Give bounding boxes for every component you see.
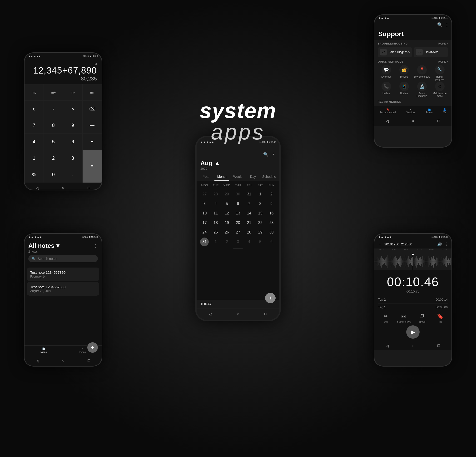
cal-day-w1-0[interactable]: 27 (200, 190, 209, 198)
cal-day-w4-0[interactable]: 17 (200, 219, 209, 227)
cal-search-icon[interactable]: 🔍 (263, 152, 268, 157)
cal-day-w3-2[interactable]: 12 (222, 209, 231, 218)
cal-day-w6-4[interactable]: 4 (245, 237, 254, 246)
support-quick-livechat[interactable]: 💬 Live chat (378, 65, 395, 81)
support-quick-more[interactable]: MORE > (438, 60, 448, 63)
cal-day-w5-2[interactable]: 26 (222, 228, 231, 237)
support-quick-benefits[interactable]: 👑 Benefits (396, 65, 412, 81)
support-quick-smart-diag[interactable]: 🔬 Smart Diagnosis (413, 82, 430, 97)
cal-day-w1-1[interactable]: 28 (211, 190, 220, 198)
calc-btn-equals[interactable]: = (83, 150, 102, 183)
support-card-obrazovka[interactable]: ▭ Obrazovka (414, 47, 448, 57)
calc-btn-9[interactable]: 9 (63, 117, 82, 133)
support-card-smart-diagnosis[interactable]: 🛡 Smart Diagnosis (378, 47, 412, 57)
cal-day-w5-3[interactable]: 27 (234, 228, 242, 237)
audio-play-button[interactable]: ▶ (406, 325, 420, 339)
cal-day-w1-6[interactable]: 2 (267, 190, 276, 198)
cal-day-w3-0[interactable]: 10 (200, 209, 209, 218)
support-quick-repair[interactable]: 🔧 Repair progress (431, 65, 448, 81)
cal-day-w3-6[interactable]: 16 (267, 209, 276, 218)
audio-volume-icon[interactable]: 🔊 (437, 242, 442, 246)
cal-day-w2-4[interactable]: 7 (245, 199, 254, 208)
calc-btn-div[interactable]: ÷ (44, 101, 63, 117)
cal-day-w1-3[interactable]: 30 (234, 190, 242, 198)
notes-back-btn[interactable]: ◁ (34, 357, 41, 364)
support-search-icon[interactable]: 🔍 (437, 22, 442, 27)
support-quick-update[interactable]: 📱 Update (396, 82, 412, 97)
cal-day-w6-6[interactable]: 6 (267, 237, 276, 246)
support-nav-forum[interactable]: 👥 Forum (426, 108, 433, 114)
cal-day-w4-1[interactable]: 18 (211, 219, 220, 227)
audio-waveform[interactable] (374, 253, 451, 270)
cal-more-icon[interactable]: ⋮ (271, 152, 276, 157)
cal-day-w6-1[interactable]: 1 (211, 237, 220, 246)
cal-day-w3-1[interactable]: 11 (211, 209, 220, 218)
calc-btn-5[interactable]: 5 (44, 134, 63, 150)
calc-btn-mminus[interactable]: m- (63, 84, 82, 101)
cal-day-w6-3[interactable]: 3 (234, 237, 242, 246)
cal-day-w5-6[interactable]: 30 (267, 228, 276, 237)
calc-btn-4[interactable]: 4 (25, 134, 43, 150)
audio-back-btn[interactable]: ◁ (384, 342, 391, 349)
cal-day-w5-0[interactable]: 24 (200, 228, 209, 237)
notes-home-btn[interactable]: ○ (60, 357, 66, 364)
notes-search-bar[interactable]: 🔍 Search notes (28, 255, 98, 262)
audio-home-btn[interactable]: ○ (410, 342, 416, 349)
note-item-1[interactable]: Test note 1234567890 August 22, 2019 (27, 282, 99, 296)
notes-nav-todos[interactable]: ✓ To-dos (78, 347, 86, 354)
support-quick-hotline[interactable]: 📞 Hotline (378, 82, 395, 97)
notes-overflow-icon[interactable]: ⋮ (94, 243, 98, 248)
cal-day-w6-5[interactable]: 5 (256, 237, 265, 246)
audio-ctrl-edit[interactable]: ✏ Edit (377, 313, 395, 323)
audio-ctrl-tag[interactable]: 🔖 Tag (431, 313, 449, 323)
cal-day-w5-4[interactable]: 28 (245, 228, 254, 237)
cal-day-w3-5[interactable]: 15 (256, 209, 265, 218)
support-quick-service-centers[interactable]: 📍 Service centers (413, 65, 430, 81)
cal-day-w4-5[interactable]: 22 (256, 219, 265, 227)
cal-recent-btn[interactable]: □ (262, 311, 269, 318)
calc-btn-mplus[interactable]: m+ (44, 84, 63, 101)
cal-tab-week[interactable]: Week (230, 173, 245, 181)
cal-day-w2-2[interactable]: 5 (222, 199, 231, 208)
cal-tab-year[interactable]: Year (199, 173, 213, 181)
support-quick-maintenance[interactable]: ⚙ Maintenance mode (431, 82, 448, 97)
calc-btn-6[interactable]: 6 (63, 134, 82, 150)
calc-btn-mr[interactable]: mr (83, 84, 102, 101)
calc-btn-percent[interactable]: % (25, 166, 43, 183)
cal-day-w6-0-today[interactable]: 31 (200, 237, 209, 246)
cal-day-w4-2[interactable]: 19 (222, 219, 231, 227)
calc-btn-0[interactable]: 0 (44, 166, 63, 183)
audio-ctrl-speed[interactable]: ⏱ Speed (413, 313, 431, 323)
cal-day-w2-6[interactable]: 9 (267, 199, 276, 208)
calc-btn-2[interactable]: 2 (44, 150, 63, 166)
cal-tab-month[interactable]: Month (214, 173, 229, 181)
calc-btn-8[interactable]: 8 (44, 117, 63, 133)
cal-day-w2-0[interactable]: 3 (200, 199, 209, 208)
cal-day-w2-1[interactable]: 4 (211, 199, 220, 208)
calc-btn-3[interactable]: 3 (63, 150, 82, 166)
cal-day-w1-5[interactable]: 1 (256, 190, 265, 198)
cal-day-w2-5[interactable]: 8 (256, 199, 265, 208)
cal-day-w4-3[interactable]: 20 (234, 219, 242, 227)
support-recent-btn[interactable]: □ (435, 118, 442, 124)
calc-btn-mc[interactable]: mc (25, 84, 43, 101)
cal-day-w5-1[interactable]: 25 (211, 228, 220, 237)
notes-nav-notes[interactable]: 📄 Notes (41, 347, 47, 354)
calc-btn-1[interactable]: 1 (25, 150, 43, 166)
calc-btn-minus[interactable]: — (83, 117, 102, 133)
support-home-btn[interactable]: ○ (410, 118, 416, 124)
calc-btn-c[interactable]: c (25, 101, 43, 117)
cal-day-w5-5[interactable]: 29 (256, 228, 265, 237)
cal-day-w3-4[interactable]: 14 (245, 209, 254, 218)
cal-back-btn[interactable]: ◁ (207, 311, 214, 318)
support-back-btn[interactable]: ◁ (384, 118, 391, 124)
cal-day-w1-2[interactable]: 29 (222, 190, 231, 198)
support-nav-services[interactable]: ♥ Services (406, 108, 415, 114)
notes-recent-btn[interactable]: □ (85, 357, 92, 364)
cal-day-w1-4[interactable]: 31 (245, 190, 254, 198)
audio-recent-btn[interactable]: □ (435, 342, 442, 349)
note-item-0[interactable]: Test note 1234567890 February 14 (27, 268, 99, 281)
audio-overflow-icon[interactable]: ⋮ (444, 242, 448, 246)
cal-day-w4-4[interactable]: 21 (245, 219, 254, 227)
cal-day-w6-2[interactable]: 2 (222, 237, 231, 246)
